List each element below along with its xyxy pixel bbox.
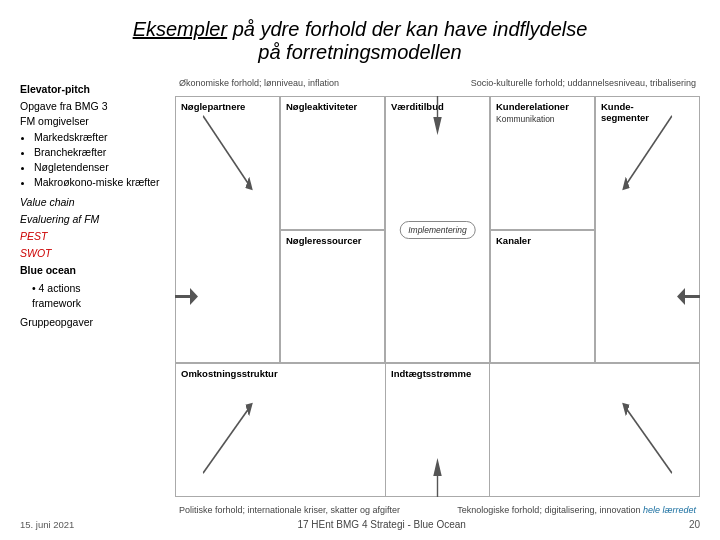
opgave: Opgave fra BMG 3 (20, 99, 165, 114)
bmc-wrapper: Nøglepartnere Nøgleaktiviteter Værditilb… (175, 96, 700, 497)
blue-ocean: Blue ocean (20, 263, 165, 278)
bmc-grid: Nøglepartnere Nøgleaktiviteter Værditilb… (175, 96, 700, 497)
page: Eksempler på ydre forhold der kan have i… (0, 0, 720, 540)
swot: SWOT (20, 246, 165, 261)
bottom-label-left: Politiske forhold; internationale kriser… (179, 505, 400, 515)
bullet-3: Nøgletendenser (34, 160, 165, 175)
left-panel: Elevator-pitch Opgave fra BMG 3 FM omgiv… (20, 78, 165, 515)
footer-center: 17 HEnt BMG 4 Strategi - Blue Ocean (297, 519, 465, 530)
cell-indtagter: Indtægtsstrømme (385, 363, 700, 497)
main-title: Eksempler på ydre forhold der kan have i… (20, 18, 700, 64)
top-label-right: Socio-kulturelle forhold; uddannelsesniv… (471, 78, 696, 88)
pest: PEST (20, 229, 165, 244)
bottom-labels: Politiske forhold; internationale kriser… (175, 505, 700, 515)
cell-nogleaktiviteter: Nøgleaktiviteter (280, 96, 385, 230)
evaluering: Evaluering af FM (20, 212, 165, 227)
bullet-1: Markedskræfter (34, 130, 165, 145)
title-eksempler: Eksempler (133, 18, 227, 40)
top-label-left: Økonomiske forhold; lønniveau, inflation (179, 78, 339, 88)
content-row: Elevator-pitch Opgave fra BMG 3 FM omgiv… (20, 78, 700, 515)
cell-kanaler: Kanaler (490, 230, 595, 364)
value-chain: Value chain (20, 195, 165, 210)
cell-kundesegmenter: Kunde- segmenter (595, 96, 700, 363)
bottom-label-right: Teknologiske forhold; digitalisering, in… (457, 505, 696, 515)
title-rest: på ydre forhold der kan have indflydelse (227, 18, 587, 40)
bullet-list: Markedskræfter Branchekræfter Nøgletende… (20, 130, 165, 191)
top-labels: Økonomiske forhold; lønniveau, inflation… (175, 78, 700, 88)
elevator-pitch: Elevator-pitch (20, 82, 165, 97)
bullet-4: Makroøkono-miske kræfter (34, 175, 165, 190)
footer: 15. juni 2021 17 HEnt BMG 4 Strategi - B… (20, 515, 700, 530)
title-line2: på forretningsmodellen (258, 41, 461, 63)
center-panel: Økonomiske forhold; lønniveau, inflation… (175, 78, 700, 515)
fm-omgivelser: FM omgivelser (20, 114, 165, 129)
cell-vaerditilbud: Værditilbud Implementering (385, 96, 490, 363)
footer-date: 15. juni 2021 (20, 519, 74, 530)
gruppeopgaver: Gruppeopgaver (20, 315, 165, 330)
title-area: Eksempler på ydre forhold der kan have i… (20, 18, 700, 64)
cell-kunderelationer: Kunderelationer Kommunikation (490, 96, 595, 230)
cell-noglepartnere: Nøglepartnere (175, 96, 280, 363)
kommunikation-label: Kommunikation (496, 114, 589, 124)
bullet-2: Branchekræfter (34, 145, 165, 160)
footer-page: 20 (689, 519, 700, 530)
actions-framework: • 4 actions framework (20, 281, 165, 311)
implementering-badge: Implementering (399, 221, 476, 239)
cell-nogleressourcer: Nøgleressourcer (280, 230, 385, 364)
